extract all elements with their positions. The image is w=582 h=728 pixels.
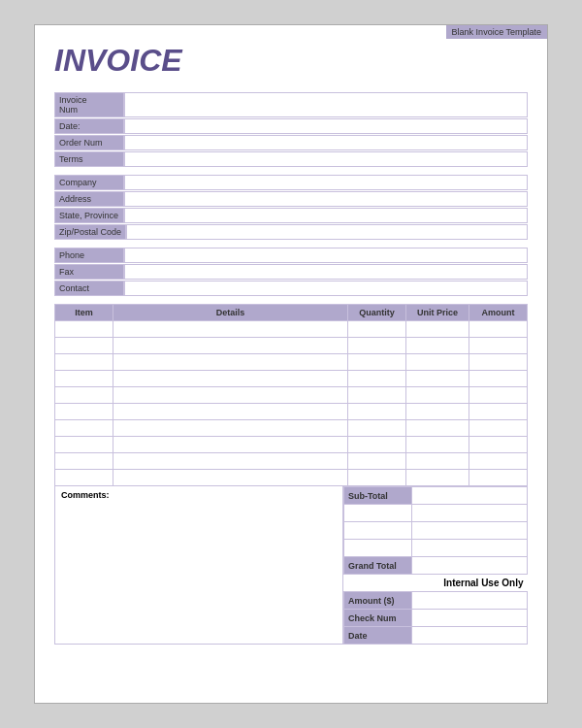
invoice-title: INVOICE <box>54 43 528 79</box>
payment-date-value[interactable] <box>412 627 528 645</box>
order-num-label: Order Num <box>54 135 124 150</box>
totals-table: Sub-Total <box>343 486 528 645</box>
invoice-num-label: InvoiceNum <box>54 92 124 117</box>
zip-row: Zip/Postal Code <box>54 224 528 240</box>
subtotal-value[interactable] <box>412 487 528 505</box>
table-row <box>55 354 528 371</box>
subtotal-label: Sub-Total <box>344 487 412 505</box>
company-info-section: Company Address State, Province Zip/Post… <box>54 175 528 240</box>
amount-row: Amount ($) <box>344 592 528 610</box>
company-row: Company <box>54 175 528 190</box>
grand-total-label: Grand Total <box>344 557 412 575</box>
col-unit-price: Unit Price <box>406 305 469 321</box>
col-amount: Amount <box>469 305 528 321</box>
check-row: Check Num <box>344 610 528 627</box>
invoice-num-value[interactable] <box>124 92 528 117</box>
table-row <box>55 420 528 437</box>
date-row: Date: <box>54 118 528 134</box>
comments-label: Comments: <box>61 490 110 500</box>
bottom-section: Comments: Sub-Total <box>54 486 528 645</box>
template-label: Blank Invoice Template <box>446 25 547 39</box>
invoice-page: Blank Invoice Template INVOICE InvoiceNu… <box>34 24 548 704</box>
col-quantity: Quantity <box>348 305 406 321</box>
col-item: Item <box>55 305 113 321</box>
table-row <box>55 404 528 420</box>
phone-label: Phone <box>54 248 124 263</box>
table-row <box>55 321 528 338</box>
extra-label-3[interactable] <box>344 540 412 557</box>
address-label: Address <box>54 191 124 207</box>
state-row: State, Province <box>54 208 528 223</box>
payment-date-label: Date <box>344 627 412 645</box>
fax-row: Fax <box>54 264 528 280</box>
contact-row: Contact <box>54 281 528 296</box>
phone-value[interactable] <box>124 248 528 263</box>
invoice-info-section: InvoiceNum Date: Order Num Terms <box>54 92 528 167</box>
table-row <box>55 437 528 453</box>
extra-label-1[interactable] <box>344 505 412 522</box>
extra-row-1 <box>344 505 528 522</box>
address-value[interactable] <box>124 191 528 207</box>
table-row <box>55 338 528 354</box>
table-row <box>55 470 528 486</box>
fax-value[interactable] <box>124 264 528 280</box>
extra-value-3[interactable] <box>412 540 528 557</box>
internal-use-label: Internal Use Only <box>344 575 528 592</box>
extra-label-2[interactable] <box>344 522 412 540</box>
contact-info-section: Phone Fax Contact <box>54 248 528 296</box>
terms-value[interactable] <box>124 151 528 167</box>
amount-value[interactable] <box>412 592 528 610</box>
zip-value[interactable] <box>126 224 528 240</box>
internal-use-row: Internal Use Only <box>344 575 528 592</box>
extra-row-3 <box>344 540 528 557</box>
payment-date-row: Date <box>344 627 528 645</box>
contact-value[interactable] <box>124 281 528 296</box>
extra-row-2 <box>344 522 528 540</box>
grand-total-row: Grand Total <box>344 557 528 575</box>
date-label: Date: <box>54 118 124 134</box>
address-row: Address <box>54 191 528 207</box>
company-value[interactable] <box>124 175 528 190</box>
table-row <box>55 387 528 404</box>
check-label: Check Num <box>344 610 412 627</box>
table-row <box>55 371 528 387</box>
date-value[interactable] <box>124 118 528 134</box>
col-details: Details <box>113 305 348 321</box>
order-num-value[interactable] <box>124 135 528 150</box>
check-value[interactable] <box>412 610 528 627</box>
table-row <box>55 453 528 470</box>
terms-label: Terms <box>54 151 124 167</box>
items-table: Item Details Quantity Unit Price Amount <box>54 304 528 486</box>
subtotal-row: Sub-Total <box>344 487 528 505</box>
state-label: State, Province <box>54 208 124 223</box>
phone-row: Phone <box>54 248 528 263</box>
fax-label: Fax <box>54 264 124 280</box>
table-header-row: Item Details Quantity Unit Price Amount <box>55 305 528 321</box>
invoice-num-row: InvoiceNum <box>54 92 528 117</box>
state-value[interactable] <box>124 208 528 223</box>
comments-area[interactable]: Comments: <box>54 486 343 645</box>
extra-value-1[interactable] <box>412 505 528 522</box>
contact-label: Contact <box>54 281 124 296</box>
amount-label: Amount ($) <box>344 592 412 610</box>
order-num-row: Order Num <box>54 135 528 150</box>
extra-value-2[interactable] <box>412 522 528 540</box>
company-label: Company <box>54 175 124 190</box>
zip-label: Zip/Postal Code <box>54 224 126 240</box>
terms-row: Terms <box>54 151 528 167</box>
grand-total-value[interactable] <box>412 557 528 575</box>
totals-area: Sub-Total <box>343 486 528 645</box>
